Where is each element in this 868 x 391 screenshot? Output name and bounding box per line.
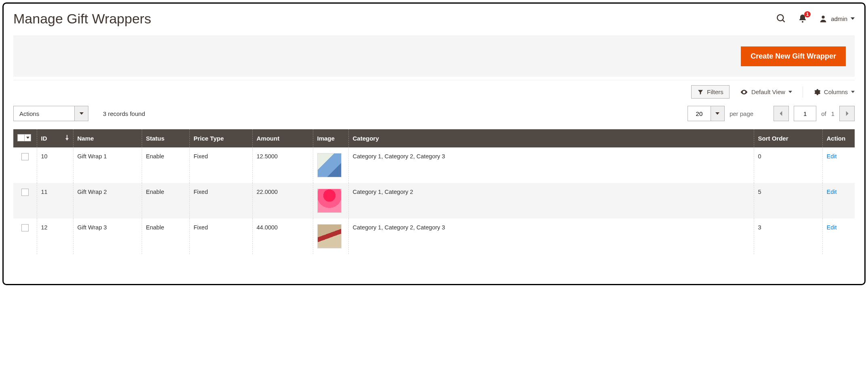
cell-price-type: Fixed <box>189 147 252 183</box>
cell-image <box>313 147 348 183</box>
cell-price-type: Fixed <box>189 219 252 254</box>
mass-actions-dropdown[interactable]: Actions <box>13 106 88 121</box>
product-thumbnail[interactable] <box>317 224 342 248</box>
table-row[interactable]: 11Gift Wrap 2EnableFixed22.0000Category … <box>13 183 855 219</box>
col-header-id-label: ID <box>41 135 47 142</box>
per-page-label: per page <box>730 110 753 117</box>
filters-button[interactable]: Filters <box>691 85 730 99</box>
action-bar: Create New Gift Wrapper <box>13 36 855 77</box>
divider <box>803 86 803 98</box>
cell-sort-order: 0 <box>754 147 822 183</box>
edit-link[interactable]: Edit <box>827 153 837 160</box>
col-header-status[interactable]: Status <box>142 129 189 147</box>
svg-line-1 <box>782 20 784 22</box>
header-tools: 1 admin <box>776 11 855 24</box>
create-new-gift-wrapper-button[interactable]: Create New Gift Wrapper <box>741 46 846 66</box>
cell-image <box>313 183 348 219</box>
col-header-action[interactable]: Action <box>822 129 855 147</box>
col-header-select[interactable] <box>13 129 37 147</box>
grid-toolbar: Filters Default View Columns <box>13 80 855 104</box>
product-thumbnail[interactable] <box>317 189 342 213</box>
notifications-icon[interactable]: 1 <box>798 14 807 23</box>
filter-icon <box>697 89 704 95</box>
cell-category: Category 1, Category 2, Category 3 <box>348 147 754 183</box>
mass-actions-label: Actions <box>14 106 74 121</box>
cell-sort-order: 3 <box>754 219 822 254</box>
col-header-name[interactable]: Name <box>73 129 142 147</box>
svg-point-0 <box>777 15 783 21</box>
svg-rect-4 <box>67 135 67 139</box>
eye-icon <box>740 88 748 96</box>
cell-amount: 12.5000 <box>252 147 313 183</box>
total-pages: 1 <box>831 110 834 117</box>
default-view-button[interactable]: Default View <box>740 88 792 96</box>
cell-category: Category 1, Category 2, Category 3 <box>348 219 754 254</box>
table-row[interactable]: 12Gift Wrap 3EnableFixed44.0000Category … <box>13 219 855 254</box>
select-all-checkbox[interactable] <box>17 134 25 141</box>
cell-status: Enable <box>142 147 189 183</box>
cell-price-type: Fixed <box>189 183 252 219</box>
cell-name: Gift Wrap 2 <box>73 183 142 219</box>
edit-link[interactable]: Edit <box>827 189 837 195</box>
select-all-toggle[interactable] <box>25 134 31 141</box>
user-menu[interactable]: admin <box>819 14 855 23</box>
default-view-label: Default View <box>751 88 785 95</box>
records-found: 3 records found <box>103 110 145 117</box>
cell-status: Enable <box>142 183 189 219</box>
user-label: admin <box>831 15 847 22</box>
col-header-id[interactable]: ID <box>37 129 73 147</box>
per-page-toggle[interactable] <box>711 106 724 121</box>
of-label: of <box>821 110 826 117</box>
per-page-input[interactable] <box>688 106 711 121</box>
columns-label: Columns <box>824 88 848 95</box>
col-header-image[interactable]: Image <box>313 129 348 147</box>
caret-down-icon <box>851 90 855 94</box>
prev-page-button[interactable] <box>774 106 789 121</box>
caret-down-icon <box>851 17 855 21</box>
cell-category: Category 1, Category 2 <box>348 183 754 219</box>
notification-badge: 1 <box>804 11 811 17</box>
col-header-category[interactable]: Category <box>348 129 754 147</box>
cell-sort-order: 5 <box>754 183 822 219</box>
svg-point-2 <box>802 21 803 23</box>
row-checkbox[interactable] <box>21 224 29 231</box>
chevron-right-icon <box>845 111 849 116</box>
cell-amount: 44.0000 <box>252 219 313 254</box>
next-page-button[interactable] <box>839 106 855 121</box>
cell-name: Gift Wrap 1 <box>73 147 142 183</box>
caret-down-icon <box>788 90 792 94</box>
cell-id: 12 <box>37 219 73 254</box>
filters-label: Filters <box>707 88 723 95</box>
mass-actions-toggle[interactable] <box>74 106 88 121</box>
table-row[interactable]: 10Gift Wrap 1EnableFixed12.5000Category … <box>13 147 855 183</box>
cell-image <box>313 219 348 254</box>
search-icon[interactable] <box>776 13 786 24</box>
col-header-sort-order[interactable]: Sort Order <box>754 129 822 147</box>
current-page-input[interactable] <box>794 106 816 121</box>
edit-link[interactable]: Edit <box>827 224 837 231</box>
row-checkbox[interactable] <box>21 189 29 196</box>
sort-descending-icon <box>65 135 69 142</box>
page-title: Manage Gift Wrappers <box>13 11 151 27</box>
gear-icon <box>813 88 821 96</box>
product-thumbnail[interactable] <box>317 153 342 177</box>
user-icon <box>819 14 828 23</box>
cell-id: 10 <box>37 147 73 183</box>
per-page-select[interactable] <box>688 106 725 121</box>
grid-controls: Actions 3 records found per page of 1 <box>13 104 855 129</box>
chevron-left-icon <box>779 111 784 116</box>
cell-amount: 22.0000 <box>252 183 313 219</box>
caret-down-icon <box>715 111 719 116</box>
gift-wrappers-table: ID Name Status Price Type Amount Image C… <box>13 129 855 254</box>
cell-status: Enable <box>142 219 189 254</box>
columns-button[interactable]: Columns <box>813 88 855 96</box>
row-checkbox[interactable] <box>21 153 29 160</box>
caret-down-icon <box>26 136 29 139</box>
svg-point-3 <box>822 16 824 19</box>
col-header-amount[interactable]: Amount <box>252 129 313 147</box>
cell-id: 11 <box>37 183 73 219</box>
col-header-price-type[interactable]: Price Type <box>189 129 252 147</box>
cell-name: Gift Wrap 3 <box>73 219 142 254</box>
caret-down-icon <box>80 111 84 116</box>
